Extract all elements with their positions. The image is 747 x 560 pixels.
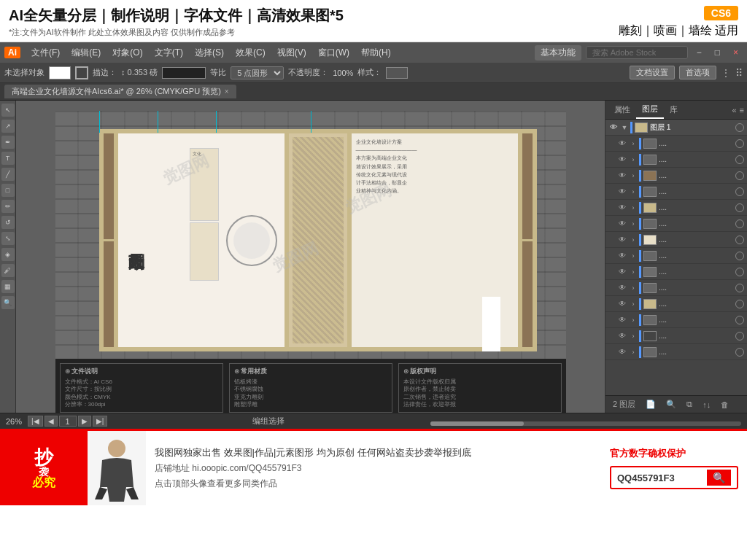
sublayer-circle-13[interactable] [735, 332, 744, 341]
sublayer-eye-2[interactable]: 👁 [617, 155, 627, 165]
brush-tool[interactable]: ✏ [1, 200, 15, 213]
library-tab[interactable]: 库 [664, 101, 684, 118]
prev-page-btn[interactable]: ◀ [44, 416, 58, 427]
sublayer-expand-9[interactable]: › [630, 268, 637, 276]
type-tool[interactable]: T [1, 152, 15, 165]
delete-layer-icon[interactable]: 🗑 [718, 399, 732, 411]
toolbar-grid-icon[interactable]: ⠿ [735, 67, 743, 79]
sublayer-circle-3[interactable] [735, 171, 744, 180]
sublayer-eye-11[interactable]: 👁 [617, 299, 627, 309]
blend-tool[interactable]: ◈ [1, 248, 15, 261]
layer-item-13[interactable]: 👁 › .... [605, 328, 747, 344]
rect-tool[interactable]: □ [1, 184, 15, 197]
menu-window[interactable]: 窗口(W) [314, 45, 353, 61]
toolbar-more-icon[interactable]: ⋮ [721, 67, 731, 79]
layer-item-7[interactable]: 👁 › .... [605, 232, 747, 248]
sublayer-expand-1[interactable]: › [630, 140, 637, 147]
basic-func-btn[interactable]: 基本功能 [535, 45, 581, 61]
last-page-btn[interactable]: ▶| [93, 416, 108, 427]
layer-target-circle[interactable] [735, 123, 744, 132]
menu-effect[interactable]: 效果(C) [232, 45, 269, 61]
menu-help[interactable]: 帮助(H) [357, 45, 395, 61]
collapse-panel-btn[interactable]: « [732, 106, 736, 114]
scale-tool[interactable]: ⤡ [1, 232, 15, 245]
layer-eye-icon[interactable]: 👁 [608, 122, 619, 133]
sublayer-expand-12[interactable]: › [630, 316, 637, 324]
page-number-input[interactable] [59, 416, 77, 427]
sublayer-expand-8[interactable]: › [630, 252, 637, 260]
sublayer-circle-4[interactable] [735, 187, 744, 196]
sublayer-circle-6[interactable] [735, 219, 744, 228]
sublayer-circle-10[interactable] [735, 284, 744, 292]
layer-item-14[interactable]: 👁 › .... [605, 344, 747, 360]
sublayer-eye-5[interactable]: 👁 [617, 203, 627, 213]
shape-select[interactable]: 5 点圆形 [231, 66, 284, 79]
make-clip-icon[interactable]: ⧉ [684, 398, 695, 411]
adobe-stock-search[interactable] [586, 46, 688, 59]
sublayer-eye-1[interactable]: 👁 [617, 139, 627, 149]
sublayer-expand-7[interactable]: › [630, 236, 637, 244]
sublayer-eye-6[interactable]: 👁 [617, 219, 627, 229]
sublayer-circle-5[interactable] [735, 203, 744, 212]
sublayer-eye-13[interactable]: 👁 [617, 331, 627, 341]
move-selection-icon[interactable]: ↑↓ [700, 399, 713, 411]
new-layer-icon[interactable]: 📄 [643, 398, 659, 411]
sublayer-circle-9[interactable] [735, 268, 744, 276]
sublayer-expand-5[interactable]: › [630, 204, 637, 211]
sublayer-circle-14[interactable] [735, 348, 744, 357]
pen-tool[interactable]: ✒ [1, 136, 15, 149]
sublayer-eye-3[interactable]: 👁 [617, 171, 627, 181]
sublayer-eye-10[interactable]: 👁 [617, 283, 627, 293]
layers-tab[interactable]: 图层 [636, 101, 664, 119]
search-btn[interactable]: 🔍 [707, 470, 731, 486]
sublayer-circle-8[interactable] [735, 252, 744, 260]
sublayer-expand-14[interactable]: › [630, 349, 637, 356]
preferences-btn[interactable]: 首选项 [679, 66, 716, 79]
sublayer-circle-1[interactable] [735, 139, 744, 148]
canvas-area[interactable]: 天道酬勤 文化 [16, 101, 605, 413]
layer-item-4[interactable]: 👁 › .... [605, 184, 747, 200]
menu-object[interactable]: 对象(O) [109, 45, 146, 61]
sublayer-circle-12[interactable] [735, 316, 744, 324]
menu-view[interactable]: 视图(V) [274, 45, 310, 61]
close-tab-icon[interactable]: × [225, 88, 229, 96]
close-btn[interactable]: × [729, 46, 743, 59]
direct-select-tool[interactable]: ↗ [1, 120, 15, 133]
panel-menu-icon[interactable]: ≡ [740, 106, 744, 114]
sublayer-expand-6[interactable]: › [630, 220, 637, 228]
layer-item-8[interactable]: 👁 › .... [605, 248, 747, 264]
menu-type[interactable]: 文字(T) [151, 45, 187, 61]
sublayer-expand-3[interactable]: › [630, 172, 637, 179]
doc-settings-btn[interactable]: 文档设置 [630, 66, 675, 79]
sublayer-eye-9[interactable]: 👁 [617, 267, 627, 277]
properties-tab[interactable]: 属性 [608, 101, 636, 118]
sublayer-eye-12[interactable]: 👁 [617, 315, 627, 325]
gradient-tool[interactable]: ▦ [1, 280, 15, 293]
sublayer-expand-4[interactable]: › [630, 188, 637, 195]
eyedropper-tool[interactable]: 🖋 [1, 264, 15, 277]
scroll-bar[interactable] [430, 416, 741, 426]
layer-expand-icon[interactable]: ▼ [621, 124, 628, 131]
layer-item-5[interactable]: 👁 › .... [605, 200, 747, 216]
rotate-tool[interactable]: ↺ [1, 216, 15, 229]
sublayer-expand-11[interactable]: › [630, 300, 637, 308]
zoom-tool[interactable]: 🔍 [1, 296, 15, 309]
sublayer-expand-2[interactable]: › [630, 156, 637, 163]
first-page-btn[interactable]: |◀ [28, 416, 43, 427]
layer-item-main[interactable]: 👁 ▼ 图层 1 [605, 120, 747, 136]
select-tool[interactable]: ↖ [1, 104, 15, 117]
minimize-btn[interactable]: − [692, 46, 706, 59]
find-layer-icon[interactable]: 🔍 [663, 398, 679, 411]
fill-color[interactable] [49, 66, 71, 79]
maximize-btn[interactable]: □ [711, 46, 724, 59]
sublayer-eye-14[interactable]: 👁 [617, 347, 627, 357]
line-tool[interactable]: ╱ [1, 168, 15, 181]
sublayer-circle-7[interactable] [735, 236, 744, 244]
document-tab[interactable]: 高端企业文化墙源文件AIcs6.ai* @ 26% (CMYK/GPU 预览) … [4, 85, 236, 98]
next-page-btn[interactable]: ▶ [78, 416, 91, 427]
sublayer-circle-2[interactable] [735, 155, 744, 164]
sublayer-expand-10[interactable]: › [630, 284, 637, 292]
layer-item-9[interactable]: 👁 › .... [605, 264, 747, 280]
layer-item-2[interactable]: 👁 › .... [605, 152, 747, 168]
layer-item-1[interactable]: 👁 › .... [605, 136, 747, 152]
